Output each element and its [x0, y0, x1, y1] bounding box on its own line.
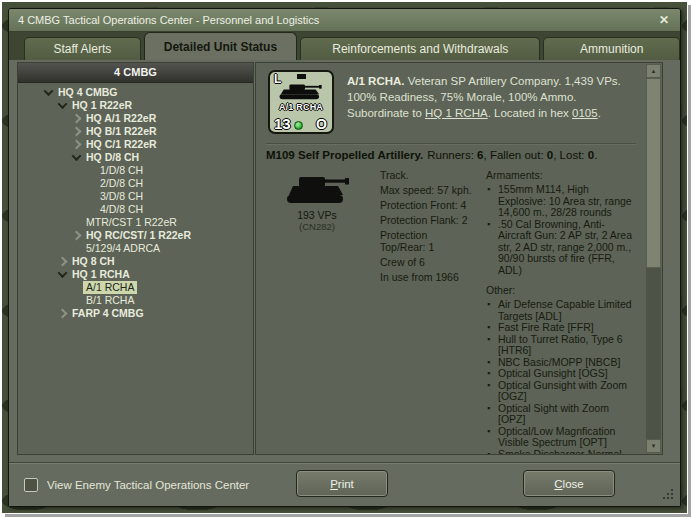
- resize-grip[interactable]: [663, 489, 675, 501]
- counter-strength: 13: [274, 115, 291, 132]
- unit-tree: HQ 4 CMBG HQ 1 R22eR HQ A/1 R22eR HQ B/1…: [18, 83, 253, 320]
- tree-item-hq-8-ch[interactable]: HQ 8 CH: [18, 255, 253, 268]
- other-label: Other:: [486, 284, 636, 296]
- tab-bar: Staff Alerts Detailed Unit Status Reinfo…: [9, 32, 680, 60]
- unit-summary-line1: A/1 RCHA. Veteran SP Artillery Company. …: [347, 73, 621, 89]
- chevron-right-icon[interactable]: [56, 258, 69, 265]
- unit-tree-panel: 4 CMBG HQ 4 CMBG HQ 1 R22eR HQ A/1 R22eR…: [17, 62, 254, 455]
- tree-item-hq-4-cmbg[interactable]: HQ 4 CMBG: [18, 86, 253, 99]
- counter-unit-name: A/1 RCHA: [270, 102, 332, 112]
- view-enemy-toc-checkbox[interactable]: [24, 478, 38, 492]
- tree-item-hq-1-r22er[interactable]: HQ 1 R22eR: [18, 99, 253, 112]
- tab-staff-alerts[interactable]: Staff Alerts: [24, 37, 141, 60]
- m109-armaments-list: 155mm M114, High Explosive: 10 Area str,…: [486, 184, 636, 276]
- unit-summary: L A/1 RCHA 13: [268, 70, 636, 134]
- chevron-right-icon[interactable]: [56, 310, 69, 317]
- tree-item-hq-a1-r22er[interactable]: HQ A/1 R22eR: [18, 112, 253, 125]
- close-icon[interactable]: ✕: [657, 13, 671, 27]
- tab-reinforcements-withdrawals[interactable]: Reinforcements and Withdrawals: [300, 37, 540, 60]
- unit-summary-line2: 100% Readiness, 75% Morale, 100% Ammo.: [347, 89, 621, 105]
- m109-section-body: 193 VPs (CN282) Track. Max speed: 57 kph…: [266, 169, 636, 455]
- tree-item-mtr-cst-1-r22er[interactable]: MTR/CST 1 R22eR: [18, 216, 253, 229]
- scroll-down-icon[interactable]: ▼: [646, 439, 661, 453]
- tree-item-farp-4-cmbg[interactable]: FARP 4 CMBG: [18, 307, 253, 320]
- unit-summary-line3: Subordinate to HQ 1 RCHA. Located in hex…: [347, 105, 621, 121]
- tree-item-3d8-ch[interactable]: 3/D/8 CH: [18, 190, 253, 203]
- m109-other-list: Air Defense Capable Limited Targets [ADL…: [486, 299, 636, 455]
- m109-vps: 193 VPs: [266, 209, 368, 221]
- scroll-up-icon[interactable]: ▲: [646, 64, 661, 78]
- unit-detail-panel: L A/1 RCHA 13: [255, 62, 663, 455]
- view-enemy-toc-label: View Enemy Tactical Operations Center: [47, 479, 249, 491]
- tree-header: 4 CMBG: [18, 63, 253, 83]
- tank-silhouette-icon: [275, 83, 325, 100]
- detail-scrollbar[interactable]: ▲ ▼: [646, 64, 661, 453]
- chevron-down-icon[interactable]: [56, 271, 69, 278]
- unit-summary-text: A/1 RCHA. Veteran SP Artillery Company. …: [347, 70, 621, 134]
- tree-item-5-129-4-adrca[interactable]: 5/129/4 ADRCA: [18, 242, 253, 255]
- close-button[interactable]: Close: [523, 470, 615, 497]
- hq-1-rcha-link[interactable]: HQ 1 RCHA: [425, 107, 488, 119]
- footer-bar: View Enemy Tactical Operations Center Pr…: [9, 462, 680, 506]
- tree-item-hq-rc-cst-1-r22er[interactable]: HQ RC/CST/ 1 R22eR: [18, 229, 253, 242]
- counter-mark: [297, 74, 306, 79]
- print-button[interactable]: Print: [296, 470, 388, 497]
- chevron-right-icon[interactable]: [70, 141, 83, 148]
- tree-item-hq-1-rcha[interactable]: HQ 1 RCHA: [18, 268, 253, 281]
- chevron-right-icon[interactable]: [70, 128, 83, 135]
- m109-specs: Track. Max speed: 57 kph. Protection Fro…: [380, 169, 474, 455]
- counter-org-symbol: O: [316, 116, 327, 132]
- tree-item-2d8-ch[interactable]: 2/D/8 CH: [18, 177, 253, 190]
- armaments-label: Armaments:: [486, 169, 636, 181]
- scrollbar-thumb[interactable]: [646, 78, 661, 268]
- tactical-operations-center-window: 4 CMBG Tactical Operations Center - Pers…: [8, 8, 681, 507]
- tree-item-hq-c1-r22er[interactable]: HQ C/1 R22eR: [18, 138, 253, 151]
- tree-item-b1-rcha[interactable]: B/1 RCHA: [18, 294, 253, 307]
- chevron-down-icon[interactable]: [42, 89, 55, 96]
- section-separator: [266, 143, 636, 144]
- tree-item-hq-b1-r22er[interactable]: HQ B/1 R22eR: [18, 125, 253, 138]
- unit-counter-icon[interactable]: L A/1 RCHA 13: [268, 70, 334, 134]
- chevron-down-icon[interactable]: [56, 102, 69, 109]
- unit-name: A/1 RCHA.: [347, 75, 405, 87]
- m109-armaments: Armaments: 155mm M114, High Explosive: 1…: [486, 169, 636, 455]
- tab-ammunition[interactable]: Ammunition: [543, 37, 680, 60]
- hex-0105-link[interactable]: 0105: [572, 107, 598, 119]
- m109-section-header: M109 Self Propelled Artillery.Runners: 6…: [266, 149, 636, 161]
- chevron-down-icon[interactable]: [70, 154, 83, 161]
- content-area: 4 CMBG HQ 4 CMBG HQ 1 R22eR HQ A/1 R22eR…: [9, 60, 680, 462]
- chevron-right-icon[interactable]: [70, 115, 83, 122]
- tree-item-4d8-ch[interactable]: 4/D/8 CH: [18, 203, 253, 216]
- tab-detailed-unit-status[interactable]: Detailed Unit Status: [144, 32, 297, 60]
- tree-item-hq-d8-ch[interactable]: HQ D/8 CH: [18, 151, 253, 164]
- m109-title: M109 Self Propelled Artillery.: [266, 149, 423, 161]
- m109-silhouette-icon: [281, 173, 353, 205]
- status-dot-icon: [294, 121, 303, 130]
- tree-item-1d8-ch[interactable]: 1/D/8 CH: [18, 164, 253, 177]
- window-title: 4 CMBG Tactical Operations Center - Pers…: [18, 14, 319, 26]
- tree-item-a1-rcha-selected[interactable]: A/1 RCHA: [18, 281, 253, 294]
- window-titlebar[interactable]: 4 CMBG Tactical Operations Center - Pers…: [9, 9, 680, 32]
- chevron-right-icon[interactable]: [70, 232, 83, 239]
- m109-cn: (CN282): [266, 221, 368, 232]
